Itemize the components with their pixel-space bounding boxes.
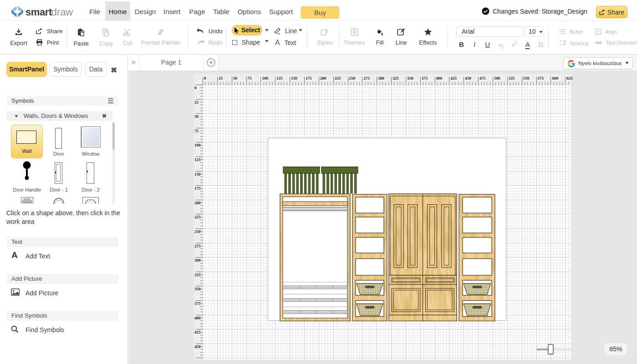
svg-text:draw: draw bbox=[51, 6, 74, 18]
svg-text:smart: smart bbox=[25, 6, 52, 18]
